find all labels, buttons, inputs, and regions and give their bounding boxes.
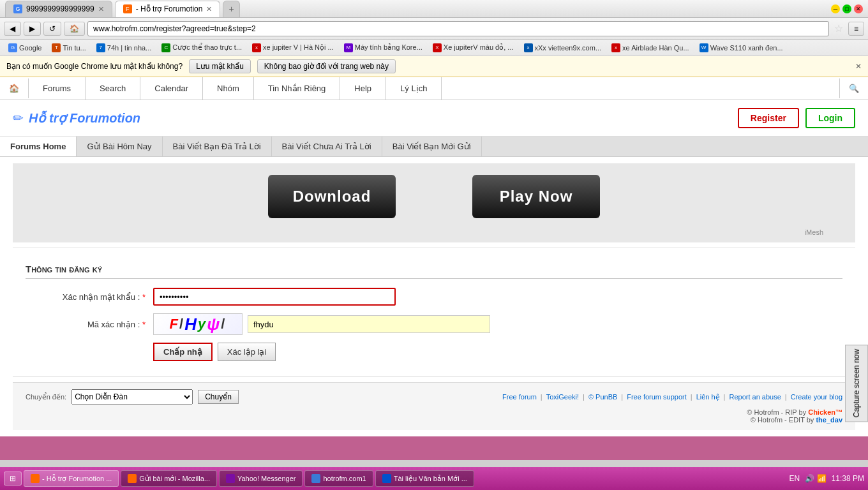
nav-search-icon-button[interactable]: 🔍	[839, 78, 868, 98]
taskbar-start-button[interactable]: ⊞	[4, 471, 22, 486]
chuyen-button[interactable]: Chuyển	[198, 390, 239, 404]
footer-credit: © Hotrofm - RIP by Chicken™ © Hotrofm - …	[26, 408, 842, 424]
captcha-row: Mã xác nhận : * F / H y ψ /	[26, 313, 842, 335]
tab-da-tra-loi[interactable]: Bài Viết Bạn Đã Trả Lời	[163, 137, 272, 156]
nav-forums[interactable]: Forums	[29, 77, 86, 100]
password-confirm-label: Xác nhận mật khẩu : *	[26, 292, 153, 302]
footer-link-report[interactable]: Report an abuse	[729, 393, 781, 401]
credit-line-1: © Hotrofm - RIP by Chicken™	[26, 408, 842, 416]
tab2-close-icon[interactable]: ✕	[206, 5, 212, 13]
taskbar-item-forumotion[interactable]: - Hỗ trợ Forumotion ...	[24, 470, 119, 487]
bookmark-google[interactable]: G Google	[5, 42, 45, 54]
nav-search[interactable]: Search	[86, 77, 140, 100]
password-required-mark: *	[142, 292, 146, 302]
registration-title-text: Thông tin đăng ký	[26, 264, 102, 274]
page-wrapper: 🏠 Forums Search Calendar Nhóm Tin Nhắn R…	[0, 77, 868, 460]
close-button[interactable]: ✕	[854, 4, 863, 13]
taskbar-item-mozilla[interactable]: Gửi bài mới - Mozilla...	[121, 470, 217, 487]
tab-moi-gui-label: Bài Viết Bạn Mới Gửi	[393, 142, 471, 151]
taskbar-item-tailieu[interactable]: Tài liệu Văn bản Mới ...	[375, 470, 474, 487]
back-button[interactable]: ◀	[4, 22, 21, 36]
nav-lylich[interactable]: Lý Lịch	[386, 77, 442, 100]
taskbar-item-yahoo[interactable]: Yahoo! Messenger	[219, 470, 303, 487]
bookmark-tintu[interactable]: T Tin tu...	[49, 42, 89, 54]
new-tab-icon: +	[228, 4, 234, 14]
credit2-prefix: © Hotrofm - EDIT by	[751, 416, 816, 424]
bookmark-wave[interactable]: W Wave S110 xanh đen...	[696, 42, 786, 54]
submit-button[interactable]: Chấp nhậ	[153, 343, 213, 361]
nav-home-button[interactable]: 🏠	[0, 78, 29, 98]
bookmark-xe2[interactable]: X Xe jupiterV màu đỏ, ...	[430, 42, 517, 54]
logo-pencil-icon: ✏	[13, 110, 24, 126]
registration-title: Thông tin đăng ký	[26, 264, 842, 279]
xxx-favicon: x	[524, 43, 533, 52]
capture-screen-button[interactable]: Capture screen now	[845, 345, 868, 422]
never-save-button[interactable]: Không bao giờ đối với trang web này	[257, 59, 396, 73]
tab-forums-home[interactable]: Forums Home	[0, 137, 77, 156]
title-bar: G 9999999999999999 ✕ F - Hỗ trợ Forumoti…	[0, 0, 868, 18]
tab-moi-gui[interactable]: Bài Viết Bạn Mới Gửi	[382, 137, 482, 156]
bookmark-may[interactable]: M Máy tính bảng Kore...	[341, 42, 426, 54]
nav-search-label: Search	[100, 84, 126, 93]
taskbar-tailieu-icon	[382, 474, 391, 483]
bookmark-airblade[interactable]: x xe Airblade Hàn Qu...	[608, 42, 692, 54]
captcha-input[interactable]	[248, 315, 490, 333]
site-title: Hỗ trợ Forumotion	[29, 110, 140, 126]
footer-link-toxigeeki[interactable]: ToxiGeeki!	[546, 393, 579, 401]
save-password-button[interactable]: Lưu mật khẩu	[189, 59, 251, 73]
password-confirm-input[interactable]	[153, 288, 396, 306]
nav-tinnhan[interactable]: Tin Nhắn Riêng	[254, 77, 341, 100]
address-bar[interactable]	[87, 21, 829, 36]
tab-1[interactable]: G 9999999999999999 ✕	[5, 1, 112, 17]
nav-lylich-label: Lý Lịch	[400, 84, 427, 93]
bookmark-74h-label: 74h | tin nha...	[107, 44, 152, 52]
bookmark-xxx-label: xXx vietteen9x.com...	[535, 44, 602, 52]
taskbar-right: EN 🔊 📶 11:38 PM	[789, 474, 864, 483]
bookmark-wave-label: Wave S110 xanh đen...	[710, 44, 783, 52]
new-tab-button[interactable]: +	[223, 1, 239, 17]
login-button[interactable]: Login	[805, 108, 855, 128]
bookmark-xxx[interactable]: x xXx vietteen9x.com...	[521, 42, 605, 54]
nav-nhom[interactable]: Nhóm	[203, 77, 254, 100]
captcha-char-slash2: /	[221, 316, 226, 332]
tab-forums-home-label: Forums Home	[10, 142, 66, 151]
bookmark-cuoc[interactable]: C Cược thể thao trực t...	[158, 42, 245, 54]
playnow-banner[interactable]: Play Now	[472, 175, 600, 218]
forward-button[interactable]: ▶	[24, 22, 41, 36]
dismiss-password-bar-icon[interactable]: ✕	[855, 62, 862, 71]
taskbar-tailieu-label: Tài liệu Văn bản Mới ...	[394, 475, 467, 483]
footer-link-freeforum[interactable]: Free forum	[502, 393, 537, 401]
footer-sep-2: |	[583, 393, 585, 401]
footer-link-blog[interactable]: Create your blog	[791, 393, 842, 401]
tab1-close-icon[interactable]: ✕	[98, 5, 104, 13]
footer-link-freesupport[interactable]: Free forum support	[627, 393, 687, 401]
reset-button[interactable]: Xác lập lại	[218, 343, 276, 361]
bookmark-74h[interactable]: 7 74h | tin nha...	[93, 42, 155, 54]
nav-calendar[interactable]: Calendar	[140, 77, 203, 100]
maximize-button[interactable]: □	[842, 4, 851, 13]
footer-link-lienhe[interactable]: Liên hệ	[696, 393, 720, 401]
download-banner[interactable]: Download	[268, 175, 396, 218]
bookmark-xe[interactable]: x xe jupiter V | Hà Nội ...	[249, 42, 337, 54]
settings-button[interactable]: ≡	[848, 22, 864, 36]
ad-section: Download Play Now iMesh	[13, 163, 855, 242]
tab-gui-bai[interactable]: Gửi Bài Hôm Nay	[77, 137, 162, 156]
bookmark-star-icon[interactable]: ☆	[832, 22, 846, 34]
register-button[interactable]: Register	[738, 108, 799, 128]
taskbar-hotrofm-icon	[311, 474, 320, 483]
footer-link-punbb[interactable]: © PunBB	[588, 393, 617, 401]
xe-favicon: x	[252, 43, 261, 52]
tab-2[interactable]: F - Hỗ trợ Forumotion ✕	[115, 1, 221, 17]
tab-chua-ai-tra-loi[interactable]: Bài Viết Chưa Ai Trả Lời	[272, 137, 382, 156]
minimize-button[interactable]: ─	[831, 4, 840, 13]
home-button[interactable]: 🏠	[64, 22, 85, 36]
reload-button[interactable]: ↺	[43, 22, 61, 36]
taskbar-clock: 11:38 PM	[832, 474, 864, 483]
system-tray-icons: 🔊 📶	[805, 474, 826, 483]
site-header: ✏ Hỗ trợ Forumotion Register Login	[0, 100, 868, 137]
lang-indicator: EN	[789, 474, 800, 483]
taskbar-item-hotrofm[interactable]: hotrofm.com1	[304, 470, 373, 487]
forum-select[interactable]: Chọn Diễn Đàn	[71, 389, 193, 405]
nav-help[interactable]: Help	[340, 77, 386, 100]
bookmark-google-label: Google	[19, 44, 41, 52]
